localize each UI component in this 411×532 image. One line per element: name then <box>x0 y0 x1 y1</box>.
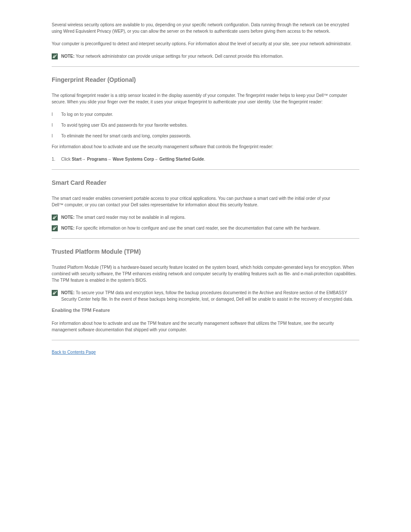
tpm-p1: Trusted Platform Module (TPM) is a hardw… <box>52 264 359 283</box>
fingerprint-bullet-3: l To eliminate the need for smart cards … <box>52 133 359 139</box>
note-label: NOTE: <box>61 54 75 59</box>
intro-note: NOTE: Your network administrator can pro… <box>52 53 359 59</box>
note-icon <box>52 290 58 296</box>
step-text: Click Start→ Programs→ Wave Systems Corp… <box>61 156 205 162</box>
note-body: The smart card reader may not be availab… <box>75 215 186 220</box>
arrow-icon: → <box>107 157 112 162</box>
fingerprint-p1: The optional fingerprint reader is a str… <box>52 92 359 105</box>
smartcard-p1: The smart card reader enables convenient… <box>52 195 359 208</box>
tpm-p2: For information about how to activate an… <box>52 320 359 333</box>
tpm-note: NOTE: To secure your TPM data and encryp… <box>52 289 359 302</box>
bullet-marker: l <box>52 111 57 118</box>
note-body: To secure your TPM data and encryption k… <box>61 290 353 302</box>
intro-p1: Several wireless security options are av… <box>52 22 359 34</box>
smartcard-note1-text: NOTE: The smart card reader may not be a… <box>61 214 186 221</box>
fingerprint-step-1: 1. Click Start→ Programs→ Wave Systems C… <box>52 156 359 162</box>
fingerprint-heading: Fingerprint Reader (Optional) <box>52 75 359 84</box>
note-icon <box>52 215 58 221</box>
fingerprint-bullet-1: l To log on to your computer. <box>52 111 359 118</box>
step-gsg: Getting Started Guide <box>158 157 204 162</box>
bullet-marker: l <box>52 122 57 128</box>
intro-p2: Your computer is preconfigured to detect… <box>52 40 359 47</box>
smartcard-note2-text: NOTE: For specific information on how to… <box>61 225 320 231</box>
note-label: NOTE: <box>61 290 75 295</box>
step-pre: Click <box>61 157 72 162</box>
note-icon <box>52 225 58 231</box>
tpm-note-text: NOTE: To secure your TPM data and encryp… <box>61 289 359 302</box>
smartcard-p1b: Dell™ computer, or you can contact your … <box>52 202 258 207</box>
bullet-text: To avoid typing user IDs and passwords f… <box>61 122 187 128</box>
step-programs: Programs <box>86 157 107 162</box>
bullet-text: To log on to your computer. <box>61 111 113 118</box>
section-divider <box>52 169 359 170</box>
note-label: NOTE: <box>61 215 75 220</box>
step-number: 1. <box>52 156 57 162</box>
arrow-icon: → <box>81 157 86 162</box>
tpm-subheading: Enabling the TPM Feature <box>52 307 359 314</box>
step-after: . <box>204 157 205 162</box>
note-body: For specific information on how to confi… <box>75 226 320 230</box>
back-link[interactable]: Back to Contents Page <box>52 350 96 355</box>
arrow-icon: → <box>154 157 158 162</box>
fingerprint-bullet-2: l To avoid typing user IDs and passwords… <box>52 122 359 128</box>
tpm-heading: Trusted Platform Module (TPM) <box>52 247 359 256</box>
section-divider <box>52 66 359 67</box>
note-label: NOTE: <box>61 226 75 230</box>
fingerprint-p2: For information about how to activate an… <box>52 143 359 150</box>
section-divider <box>52 340 359 340</box>
step-start: Start <box>72 157 81 162</box>
smartcard-note-1: NOTE: The smart card reader may not be a… <box>52 214 359 221</box>
note-body: Your network administrator can provide u… <box>75 54 283 59</box>
step-wave: Wave Systems Corp <box>112 157 154 162</box>
note-icon <box>52 53 58 59</box>
smartcard-heading: Smart Card Reader <box>52 178 359 187</box>
intro-note-text: NOTE: Your network administrator can pro… <box>61 53 283 59</box>
bullet-text: To eliminate the need for smart cards an… <box>61 133 191 139</box>
bullet-marker: l <box>52 133 57 139</box>
smartcard-note-2: NOTE: For specific information on how to… <box>52 225 359 231</box>
section-divider <box>52 238 359 239</box>
smartcard-p1a: The smart card reader enables convenient… <box>52 196 330 201</box>
